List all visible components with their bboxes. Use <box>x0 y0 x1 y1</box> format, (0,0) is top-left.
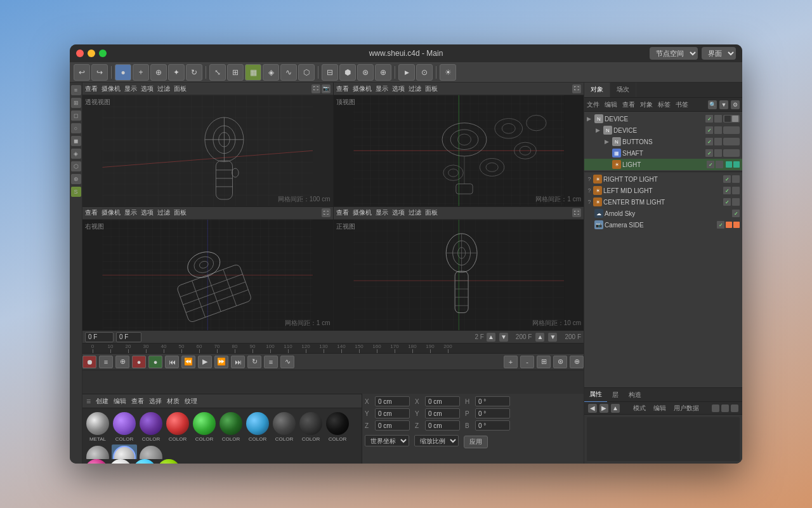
coord-z2-input[interactable] <box>425 420 460 431</box>
tree-item-light[interactable]: ▶ ☀ LIGHT ✓ <box>584 159 742 170</box>
vp-menu-camera[interactable]: 摄像机 <box>102 84 121 93</box>
vp-front-options[interactable]: 选项 <box>392 208 405 217</box>
tree-item-camera-side[interactable]: ▶ 📷 Camera SIDE ✓ <box>584 219 742 231</box>
apply-button[interactable]: 应用 <box>464 436 488 448</box>
rp-search-icon[interactable]: 🔍 <box>708 100 717 109</box>
vp-top-panel[interactable]: 面板 <box>425 84 438 93</box>
character-button[interactable]: ⊕ <box>375 64 391 81</box>
material-color-3[interactable]: COLOR <box>165 411 190 443</box>
vp-menu-look[interactable]: 查看 <box>85 84 98 93</box>
sidebar-3d-icon[interactable]: ◻ <box>71 110 81 121</box>
spline-button[interactable]: ∿ <box>280 64 297 81</box>
vp-menu-options[interactable]: 选项 <box>141 84 154 93</box>
mograph-button[interactable]: ⬢ <box>339 64 356 81</box>
polygon-button[interactable]: ◈ <box>263 64 279 81</box>
vp-top-display[interactable]: 显示 <box>376 84 388 93</box>
tl-selkey-btn[interactable]: ⊞ <box>537 356 551 368</box>
tree-item-buttons[interactable]: ▶ N BUTTONS ✓ <box>584 136 742 147</box>
coord-b-input[interactable] <box>475 420 510 431</box>
rp-subtab-tag[interactable]: 标签 <box>658 100 671 109</box>
undo-button[interactable]: ↩ <box>74 64 90 81</box>
mat-menu-icon[interactable]: ≡ <box>86 397 91 406</box>
tree-item-left-mid-light[interactable]: ? ☀ LEFT MID LIGHT ✓ <box>584 185 742 196</box>
vp-right-filter[interactable]: 过滤 <box>157 208 170 217</box>
tl-loop-btn[interactable]: ↻ <box>247 356 261 368</box>
tl-prev-btn[interactable]: ⏪ <box>181 356 195 368</box>
material-color-12[interactable]: COLOR <box>138 444 164 459</box>
material-metal[interactable]: METAL <box>85 411 110 443</box>
attr-tab-properties[interactable]: 属性 <box>584 387 607 403</box>
material-color-4[interactable]: COLOR <box>192 411 217 443</box>
attr-nav-back[interactable]: ◀ <box>588 404 597 413</box>
viewport-perspective[interactable]: 查看 摄像机 显示 选项 过滤 面板 ⛶ 📷 透视视图 <box>82 83 333 206</box>
coord-p-input[interactable] <box>475 408 510 418</box>
vp-right-display[interactable]: 显示 <box>124 208 137 217</box>
material-color-6[interactable]: COLOR <box>245 411 270 443</box>
tab-object[interactable]: 对象 <box>584 83 610 97</box>
frame-down-btn[interactable]: ▼ <box>499 333 508 342</box>
tree-item-device-child[interactable]: ▶ N DEVICE ✓ <box>584 124 742 136</box>
current-frame-input[interactable] <box>85 332 114 342</box>
rp-filter-icon[interactable]: ▼ <box>719 100 728 109</box>
tree-item-center-btm-light[interactable]: ? ☀ CENTER BTM LIGHT ✓ <box>584 196 742 208</box>
sidebar-view-icon[interactable]: ⊞ <box>71 98 81 108</box>
rp-subtab-object[interactable]: 对象 <box>640 100 653 109</box>
tab-scene[interactable]: 场次 <box>610 83 636 97</box>
layout-dropdown[interactable]: 界面 <box>702 47 736 60</box>
tl-play-btn[interactable]: ▶ <box>198 356 212 368</box>
tl-delkey-btn[interactable]: - <box>520 356 534 368</box>
tl-extra4[interactable]: ● <box>148 356 162 368</box>
add-button[interactable]: + <box>133 64 149 81</box>
end-frame-up-btn[interactable]: ▲ <box>535 333 544 342</box>
coord-x1-input[interactable] <box>375 396 410 406</box>
attr-tab-construct[interactable]: 构造 <box>624 388 646 402</box>
light-button[interactable]: ☀ <box>440 64 456 81</box>
tl-autokey-btn[interactable]: ⊛ <box>553 356 567 368</box>
sidebar-sphere-icon[interactable]: ○ <box>71 123 81 133</box>
mat-create[interactable]: 创建 <box>96 397 108 406</box>
vp-right-look[interactable]: 查看 <box>85 208 98 217</box>
vp-menu-filter[interactable]: 过滤 <box>157 84 170 93</box>
attr-subtab-mode[interactable]: 模式 <box>633 404 646 413</box>
mesh-button[interactable]: ▦ <box>245 64 261 81</box>
viewport-right[interactable]: 查看 摄像机 显示 选项 过滤 面板 ⛶ 右视图 <box>82 207 333 331</box>
node-space-dropdown[interactable]: 节点空间 <box>650 47 698 60</box>
material-color-9[interactable]: COLOR <box>325 411 350 443</box>
coord-x2-input[interactable] <box>425 396 460 406</box>
tree-flag-check-5[interactable]: ✓ <box>707 161 714 168</box>
tl-start-btn[interactable]: ⏮ <box>165 356 179 368</box>
sidebar-cube-icon[interactable]: ◼ <box>71 136 81 146</box>
tl-extra2[interactable]: ⊕ <box>115 356 129 368</box>
viewport-top[interactable]: 查看 摄像机 显示 选项 过滤 面板 ⛶ 顶视图 <box>334 83 584 206</box>
tl-end-btn[interactable]: ⏭ <box>231 356 245 368</box>
mat-select[interactable]: 选择 <box>149 397 162 406</box>
rp-subtab-edit[interactable]: 编辑 <box>605 100 617 109</box>
attr-tab-layers[interactable]: 层 <box>607 388 624 402</box>
mat-view[interactable]: 查看 <box>131 397 144 406</box>
rp-subtab-view[interactable]: 查看 <box>622 100 635 109</box>
mat-small-cyan[interactable] <box>133 459 156 464</box>
rp-subtab-file[interactable]: 文件 <box>587 100 599 109</box>
sidebar-sculpt-icon[interactable]: ⊛ <box>71 174 81 184</box>
tree-item-right-top-light[interactable]: ? ☀ RIGHT TOP LIGHT ✓ <box>584 173 742 185</box>
render-view-button[interactable]: ⊙ <box>416 64 433 81</box>
tree-flag-check-10[interactable]: ✓ <box>717 221 724 229</box>
vp-front-filter[interactable]: 过滤 <box>409 208 421 217</box>
material-color-8[interactable]: COLOR <box>298 411 324 443</box>
new-object-button[interactable]: ● <box>115 64 131 81</box>
vp-right-panel[interactable]: 面板 <box>174 208 187 217</box>
tl-keys-btn[interactable]: ≡ <box>264 356 278 368</box>
mat-material[interactable]: 材质 <box>167 397 180 406</box>
tree-flag-check-7[interactable]: ✓ <box>723 187 731 194</box>
tl-curves-btn[interactable]: ∿ <box>280 356 294 368</box>
vp-right-maximize-btn[interactable]: ⛶ <box>322 208 331 217</box>
close-button[interactable] <box>76 50 84 57</box>
tree-flag-check-4[interactable]: ✓ <box>705 149 713 157</box>
vp-top-maximize-btn[interactable]: ⛶ <box>572 84 581 93</box>
vp-right-camera[interactable]: 摄像机 <box>102 208 121 217</box>
viewport-front[interactable]: 查看 摄像机 显示 选项 过滤 面板 ⛶ 正视图 <box>334 207 584 331</box>
vp-front-look[interactable]: 查看 <box>336 208 349 217</box>
material-color-2[interactable]: COLOR <box>138 411 164 443</box>
mat-small-white[interactable] <box>109 459 132 464</box>
tree-item-device-root[interactable]: ▶ N DEVICE ✓ <box>584 113 742 124</box>
